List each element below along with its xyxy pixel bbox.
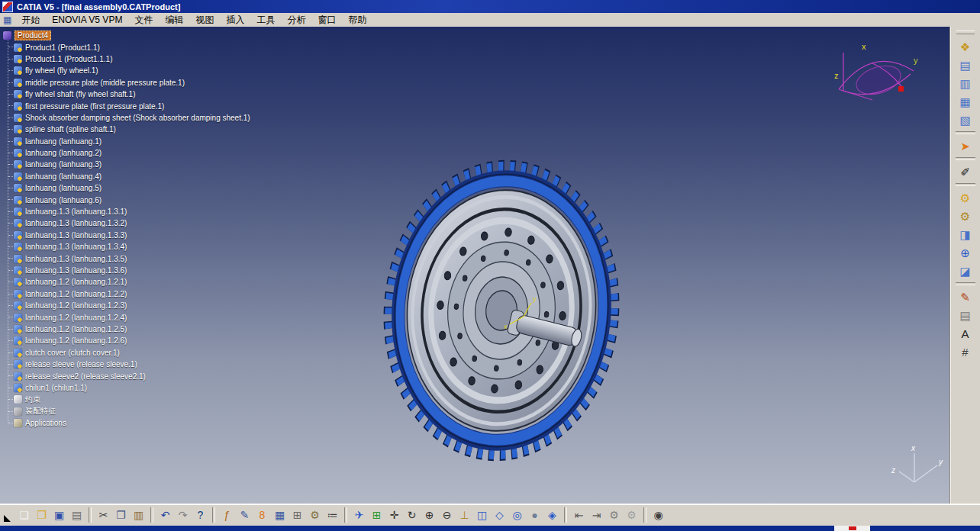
tree-item[interactable]: Product4 xyxy=(2,30,250,41)
tree-node-label[interactable]: Product1 (Product1.1) xyxy=(25,43,100,52)
gears-icon[interactable]: ⚙ xyxy=(956,188,975,207)
menu-enovia[interactable]: ENOVIA V5 VPM xyxy=(46,14,128,26)
tree-node-icon[interactable] xyxy=(14,66,22,75)
context-help-icon[interactable]: ? xyxy=(192,507,209,524)
next-window-icon[interactable]: ⇥ xyxy=(588,507,605,524)
tree-item[interactable]: 约束 xyxy=(2,394,250,405)
tree-node-icon[interactable] xyxy=(14,384,22,392)
part-icon[interactable]: ▦ xyxy=(956,92,975,111)
tree-node-label[interactable]: Shock absorber damping sheet (Shock abso… xyxy=(25,114,250,122)
tree-node-label[interactable]: lanhuang (lanhuang.3) xyxy=(25,160,102,169)
grid-icon[interactable]: # xyxy=(956,343,975,361)
tree-node-icon[interactable] xyxy=(14,184,22,192)
tree-node-icon[interactable] xyxy=(14,172,22,181)
tree-node-label[interactable]: fly wheel (fly wheel.1) xyxy=(25,66,98,75)
tree-node-label[interactable]: Product1.1 (Product1.1.1) xyxy=(25,55,113,63)
tree-item[interactable]: 装配特征 xyxy=(2,406,250,417)
gear-tools-icon[interactable]: ⚙ xyxy=(956,207,975,225)
tree-node-icon[interactable] xyxy=(14,90,22,98)
component-icon[interactable]: ▤ xyxy=(956,56,975,74)
tree-node-label[interactable]: clutch cover (clutch cover.1) xyxy=(25,349,120,357)
tree-node-icon[interactable] xyxy=(14,395,22,404)
tree-item[interactable]: lanhuang.1.2 (lanhuang.1.2.1) xyxy=(2,276,250,288)
hide-show-icon[interactable]: ◎ xyxy=(508,507,526,524)
compass-origin-dot[interactable] xyxy=(898,86,904,92)
render-style-icon[interactable]: ● xyxy=(526,507,543,524)
analysis-icon[interactable]: ◪ xyxy=(956,262,975,280)
flywheel-assembly[interactable] xyxy=(378,159,624,462)
tree-node-label[interactable]: first pressure plate (first pressure pla… xyxy=(25,102,164,111)
gear-icon[interactable]: ⚙ xyxy=(306,507,324,524)
rotate-icon[interactable]: ↻ xyxy=(403,507,421,524)
tree-item[interactable]: lanhuang.1.2 (lanhuang.1.2.4) xyxy=(2,311,250,323)
product-icon[interactable]: ▥ xyxy=(956,74,975,92)
text-icon[interactable]: A xyxy=(956,324,975,343)
tree-node-icon[interactable] xyxy=(14,102,22,111)
tree-node-icon[interactable] xyxy=(14,55,22,63)
tree-item[interactable]: lanhuang.1.3 (lanhuang.1.3.6) xyxy=(2,265,250,276)
tree-node-icon[interactable] xyxy=(14,208,22,216)
menu-help[interactable]: 帮助 xyxy=(342,14,372,26)
menu-analyze[interactable]: 分析 xyxy=(281,14,311,26)
tree-node-icon[interactable] xyxy=(14,360,22,368)
tree-node-icon[interactable] xyxy=(14,243,22,251)
tree-node-icon[interactable] xyxy=(14,137,22,146)
tree-node-label[interactable]: lanhuang (lanhuang.1) xyxy=(25,137,102,146)
tree-node-icon[interactable] xyxy=(14,349,22,357)
tree-node-label[interactable]: lanhuang.1.3 (lanhuang.1.3.2) xyxy=(25,219,127,227)
tree-node-icon[interactable] xyxy=(14,149,22,157)
sketch-icon[interactable]: ✎ xyxy=(956,288,975,306)
paste-icon[interactable]: ▥ xyxy=(130,507,147,524)
tree-item[interactable]: lanhuang (lanhuang.1) xyxy=(2,136,250,147)
tree-item[interactable]: lanhuang (lanhuang.4) xyxy=(2,171,250,182)
tree-item[interactable]: lanhuang (lanhuang.5) xyxy=(2,182,250,194)
compass-3d[interactable]: x y z xyxy=(828,40,924,124)
design-table-icon[interactable]: ▦ xyxy=(271,507,289,524)
menu-tools[interactable]: 工具 xyxy=(250,14,281,26)
tree-node-label[interactable]: 装配特征 xyxy=(25,406,56,417)
tree-node-icon[interactable] xyxy=(14,255,22,263)
tree-node-icon[interactable] xyxy=(14,372,22,381)
tree-item[interactable]: Product1.1 (Product1.1.1) xyxy=(2,53,250,65)
tree-node-label[interactable]: middle pressure plate (middle pressure p… xyxy=(25,79,185,87)
tree-item[interactable]: fly wheel (fly wheel.1) xyxy=(2,65,250,76)
tree-item[interactable]: lanhuang.1.3 (lanhuang.1.3.5) xyxy=(2,253,250,264)
menu-view[interactable]: 视图 xyxy=(189,14,220,26)
tree-node-icon[interactable] xyxy=(14,301,22,310)
tree-item[interactable]: Applications xyxy=(2,417,250,429)
menu-insert[interactable]: 插入 xyxy=(220,14,250,26)
app-icon[interactable] xyxy=(2,2,13,12)
tree-node-icon[interactable] xyxy=(14,125,22,134)
tree-item[interactable]: lanhuang (lanhuang.6) xyxy=(2,194,250,205)
tree-node-label[interactable]: lanhuang.1.3 (lanhuang.1.3.6) xyxy=(25,266,127,275)
tree-node-label[interactable]: lanhuang (lanhuang.6) xyxy=(25,196,102,204)
tree-node-icon[interactable] xyxy=(14,314,22,322)
tree-item[interactable]: clutch cover (clutch cover.1) xyxy=(2,347,250,359)
pan-icon[interactable]: ✛ xyxy=(385,507,403,524)
fastener-icon[interactable]: ⊕ xyxy=(956,243,975,262)
tree-item[interactable]: lanhuang (lanhuang.3) xyxy=(2,159,250,170)
tree-node-icon[interactable] xyxy=(14,160,22,169)
tree-node-icon[interactable] xyxy=(14,290,22,298)
formula-icon[interactable]: ≔ xyxy=(324,507,341,524)
menu-edit[interactable]: 编辑 xyxy=(159,14,189,26)
tree-node-icon[interactable] xyxy=(14,196,22,204)
taskbar-item[interactable] xyxy=(834,526,870,531)
tree-node-label[interactable]: lanhuang (lanhuang.2) xyxy=(25,149,102,157)
tree-node-label[interactable]: lanhuang.1.2 (lanhuang.1.2.2) xyxy=(25,290,127,298)
tree-node-label[interactable]: spline shaft (spline shaft.1) xyxy=(25,125,116,134)
tree-item[interactable]: middle pressure plate (middle pressure p… xyxy=(2,77,250,88)
annotation-icon[interactable]: ✎ xyxy=(236,507,253,524)
tree-node-label[interactable]: lanhuang.1.2 (lanhuang.1.2.3) xyxy=(25,301,127,310)
tree-item[interactable]: lanhuang.1.3 (lanhuang.1.3.4) xyxy=(2,241,250,253)
save-icon[interactable]: ▣ xyxy=(50,507,68,524)
select-icon[interactable]: ➤ xyxy=(956,137,975,155)
tree-node-label[interactable]: 约束 xyxy=(25,394,40,405)
tree-node-label[interactable]: lanhuang.1.2 (lanhuang.1.2.1) xyxy=(25,278,127,286)
tree-node-icon[interactable] xyxy=(14,325,22,333)
undo-icon[interactable]: ↶ xyxy=(156,507,174,524)
mold-icon[interactable]: ◨ xyxy=(956,225,975,243)
fx-icon[interactable]: ƒ xyxy=(218,507,236,524)
tree-node-icon[interactable] xyxy=(14,79,22,87)
tree-node-label[interactable]: release sleeve (release sleeve.1) xyxy=(25,360,137,368)
